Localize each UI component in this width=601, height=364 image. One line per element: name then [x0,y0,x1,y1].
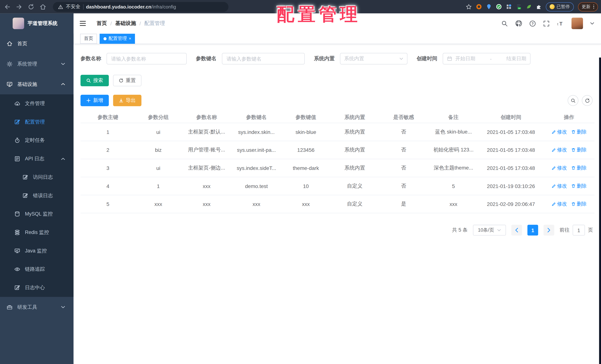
document-edit-icon [22,193,28,199]
extension-translate-icon[interactable]: cn [516,4,521,10]
edit-link[interactable]: 修改 [551,129,567,135]
edit-link[interactable]: 修改 [551,164,567,171]
edit-link[interactable]: 修改 [551,183,567,190]
table-row: 3 ui 主框架页-侧边... sys.index.sideT... theme… [80,159,595,177]
edit-pencil-icon [551,130,556,134]
chevron-down-icon [61,306,65,308]
app-title: 芋道管理系统 [28,20,57,27]
delete-link[interactable]: 删除 [571,164,587,171]
extension-pin-icon[interactable] [486,4,492,10]
trash-icon [571,148,576,152]
overlay-title: 配置管理 [277,3,361,27]
delete-link[interactable]: 删除 [571,129,587,135]
back-icon[interactable] [4,3,11,10]
delete-link[interactable]: 删除 [571,201,587,207]
refresh-table-button[interactable] [582,95,592,106]
sidebar-item-scheduled-tasks[interactable]: 定时任务 [0,131,74,150]
fullscreen-icon[interactable] [543,20,550,27]
table-tool-buttons [568,95,592,106]
chevron-right-icon [547,228,551,233]
scrollbar[interactable] [599,58,601,364]
sidebar-item-trace[interactable]: 链路追踪 [0,260,74,279]
sidebar-item-infra[interactable]: 基础设施 [0,74,74,94]
edit-pencil-icon [551,148,556,152]
app-logo[interactable]: 芋道管理系统 [0,13,74,33]
caret-down-icon[interactable] [590,22,594,24]
insecure-warning-icon [58,4,63,10]
eye-icon [14,266,20,272]
font-size-icon[interactable]: tT [557,20,564,27]
header-actions: ? tT [501,18,594,29]
delete-link[interactable]: 删除 [571,146,587,153]
calendar-icon [447,56,452,61]
browser-update-button[interactable]: 更新 [578,2,598,11]
reset-button[interactable]: 重置 [113,75,141,86]
toggle-search-button[interactable] [568,95,578,106]
extension-grid-icon[interactable] [506,4,512,10]
extension-leaf-icon[interactable] [526,4,531,10]
chevron-up-icon [61,83,65,86]
current-page[interactable]: 1 [527,225,538,235]
browser-menu-icon[interactable] [593,4,594,9]
github-icon[interactable] [515,20,522,27]
date-range-picker[interactable]: 开始日期 - 结束日期 [443,53,531,64]
toolbox-icon [6,304,12,310]
delete-link[interactable]: 删除 [571,183,587,190]
sidebar-item-java-monitor[interactable]: Java 监控 [0,242,74,260]
timer-icon [14,137,20,143]
monitor-icon [6,81,12,87]
sidebar-item-error-log[interactable]: 错误日志 [0,186,74,205]
collapse-sidebar-icon[interactable] [79,20,87,27]
param-key-input[interactable] [222,53,305,64]
sidebar-item-home[interactable]: 首页 [0,33,74,54]
system-builtin-select[interactable]: 系统内置 [340,53,407,64]
add-button[interactable]: 新增 [80,95,109,106]
search-icon[interactable] [501,20,508,27]
tab-home[interactable]: 首页 [80,34,97,44]
svg-text:cn: cn [518,7,520,9]
breadcrumb-infra[interactable]: 基础设施 [115,20,136,27]
goto-page-input[interactable] [572,225,585,235]
logo-image [13,18,24,29]
sidebar-item-redis-monitor[interactable]: Redis 监控 [0,223,74,242]
screen: 不安全 dashboard.yudao.iocoder.cn/infra/con… [0,0,601,364]
sidebar-item-api-log[interactable]: API 日志 [0,150,74,168]
plus-icon [86,98,91,103]
export-button[interactable]: 导出 [113,95,141,106]
tab-close-icon[interactable]: × [129,36,131,41]
help-icon[interactable]: ? [529,20,536,27]
sidebar-item-log-center[interactable]: 日志中心 [0,279,74,297]
bookmark-star-icon[interactable] [466,4,472,10]
next-page-button[interactable] [544,225,554,235]
sidebar-item-system[interactable]: 系统管理 [0,54,74,74]
param-name-input[interactable] [107,53,187,64]
sidebar-item-config-management[interactable]: 配置管理 [0,113,74,131]
chevron-left-icon [515,228,518,233]
edit-link[interactable]: 修改 [551,146,567,153]
sidebar-item-mysql-monitor[interactable]: MySQL 监控 [0,205,74,223]
home-icon[interactable] [40,3,46,10]
sidebar-item-dev-tools[interactable]: 研发工具 [0,297,74,317]
edit-link[interactable]: 修改 [551,201,567,207]
breadcrumb-home[interactable]: 首页 [97,20,107,27]
reload-icon[interactable] [28,3,34,10]
page-size-select[interactable]: 10条/页 [473,225,506,235]
prev-page-button[interactable] [511,225,522,235]
cloud-upload-icon [14,101,20,107]
extension-icon[interactable] [476,4,482,10]
sidebar-item-access-log[interactable]: 访问日志 [0,168,74,187]
sidebar-item-file-management[interactable]: 文件管理 [0,94,74,113]
sidebar-submenu-infra: 文件管理 配置管理 定时任务 API 日志 [0,94,74,297]
translate-paused-pill[interactable]: 已暂停 [546,2,574,11]
tab-config-management[interactable]: 配置管理 × [100,34,135,44]
user-avatar[interactable] [571,18,583,29]
forward-icon[interactable] [16,3,22,10]
extension-check-icon[interactable] [496,4,502,10]
search-button[interactable]: 搜索 [80,75,109,86]
date-start-placeholder: 开始日期 [455,55,475,62]
search-icon [86,78,91,83]
address-bar[interactable]: 不安全 dashboard.yudao.iocoder.cn/infra/con… [53,2,228,12]
extension-puzzle-icon[interactable] [536,4,541,10]
emoji-icon [550,4,555,9]
main-area: 首页 / 基础设施 / 配置管理 ? tT [74,13,601,364]
